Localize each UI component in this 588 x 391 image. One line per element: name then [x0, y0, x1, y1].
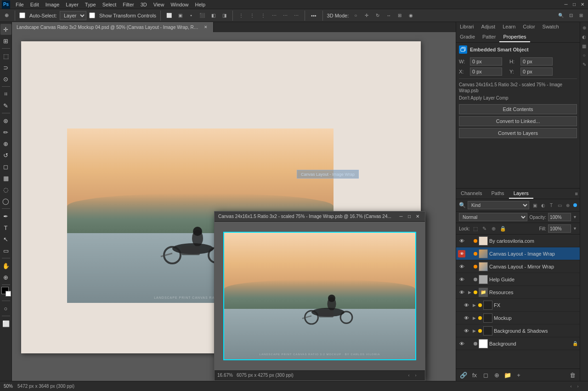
tab-adjust[interactable]: Adjust	[478, 22, 499, 32]
paths-tab[interactable]: Paths	[486, 189, 509, 199]
convert-linked-button[interactable]: Convert to Linked...	[459, 116, 577, 126]
lock-all-icon[interactable]: 🔒	[499, 225, 507, 232]
path-select-tool[interactable]: ↖	[0, 234, 11, 245]
dodge-tool[interactable]: ◯	[0, 196, 11, 207]
main-tab-close[interactable]: ✕	[203, 24, 209, 30]
layer-expand-1[interactable]	[467, 238, 472, 244]
channels-tab[interactable]: Channels	[456, 189, 486, 199]
history-brush-tool[interactable]: ↺	[0, 150, 11, 161]
tab-gradie[interactable]: Gradie	[456, 32, 479, 42]
layer-expand-2[interactable]	[467, 251, 472, 257]
dont-apply-link[interactable]: Don't Apply Layer Comp	[459, 95, 577, 101]
fill-chevron[interactable]: ▼	[573, 226, 577, 231]
lasso-tool[interactable]: ⊃	[0, 62, 11, 73]
layer-visibility-3[interactable]: 👁	[458, 263, 465, 270]
menu-window[interactable]: Window	[168, 1, 191, 8]
eraser-tool[interactable]: ◻	[0, 161, 11, 172]
align-right-icon[interactable]: ▪	[187, 11, 195, 20]
filter-search-icon[interactable]: 🔍	[459, 202, 466, 208]
right-bar-icon-4[interactable]: ○	[581, 51, 588, 59]
workspace-icon[interactable]: ⊞	[577, 11, 585, 20]
layer-item[interactable]: 👁 ▶ Mockup	[456, 312, 580, 324]
sub-document-window[interactable]: Canvas 24x16x1.5 Ratio 3x2 - scaled 75% …	[214, 211, 425, 381]
artboard-tool[interactable]: ⊞	[0, 35, 11, 46]
menu-image[interactable]: Image	[43, 1, 62, 8]
filter-pixel-icon[interactable]: ▣	[531, 201, 538, 209]
layer-expand-3[interactable]	[467, 264, 472, 269]
layer-item[interactable]: 👁 ▶ FX	[456, 299, 580, 312]
layer-item[interactable]: 👁 Help Guide	[456, 273, 580, 286]
layers-tab[interactable]: Layers	[509, 189, 533, 199]
x-input[interactable]	[470, 67, 502, 76]
menu-select[interactable]: Select	[100, 1, 119, 8]
type-tool[interactable]: T	[0, 222, 11, 233]
filter-kind-dropdown[interactable]: Kind	[468, 201, 529, 209]
sub-nav-right[interactable]: ›	[413, 373, 418, 378]
status-nav-prev[interactable]: ‹	[568, 384, 574, 389]
eyedropper-tool[interactable]: ✎	[0, 100, 11, 111]
tab-learn[interactable]: Learn	[499, 22, 519, 32]
layer-visibility-1[interactable]: 👁	[458, 237, 465, 245]
tab-patter[interactable]: Patter	[479, 32, 499, 42]
tab-properties[interactable]: Properties	[499, 32, 530, 42]
edit-contents-button[interactable]: Edit Contents	[459, 104, 577, 114]
distribute-middle-icon[interactable]: ⋯	[281, 11, 289, 20]
layer-item[interactable]: 👁 Background 🔒	[456, 337, 580, 350]
show-transform-checkbox[interactable]	[89, 12, 95, 18]
background-color[interactable]	[6, 291, 11, 296]
layer-visibility-2[interactable]: 👁	[458, 250, 465, 257]
layer-expand-9[interactable]	[467, 341, 472, 346]
layer-item[interactable]: 👁 Canvas Layout - Mirror Wrap	[456, 260, 580, 273]
zoom-tool[interactable]: ⊕	[0, 272, 11, 283]
right-bar-icon-3[interactable]: ▦	[581, 42, 588, 50]
sub-maximize-button[interactable]: □	[406, 213, 413, 220]
filter-type-icon[interactable]: T	[548, 201, 555, 209]
layer-expand-6[interactable]: ▶	[471, 302, 477, 308]
quick-select-tool[interactable]: ⊙	[0, 73, 11, 84]
shape-tool[interactable]: ▭	[0, 245, 11, 256]
move-tool[interactable]: ✛	[0, 24, 11, 35]
opacity-chevron[interactable]: ▼	[573, 215, 577, 219]
right-bar-icon-5[interactable]: ✎	[581, 61, 588, 68]
new-group-button[interactable]: 📁	[503, 370, 512, 380]
sub-close-button[interactable]: ✕	[414, 213, 421, 220]
menu-edit[interactable]: Edit	[28, 1, 42, 8]
hand-tool[interactable]: ✋	[0, 260, 11, 271]
layer-visibility-9[interactable]: 👁	[458, 340, 465, 347]
distribute-center-icon[interactable]: ⋮	[248, 11, 256, 20]
fill-input[interactable]	[548, 224, 571, 233]
delete-layer-button[interactable]: 🗑	[568, 370, 577, 380]
h-input[interactable]	[520, 57, 553, 66]
maximize-button[interactable]: □	[571, 1, 578, 8]
filter-adjustment-icon[interactable]: ◐	[539, 201, 547, 209]
tab-librari[interactable]: Librari	[456, 22, 478, 32]
main-doc-tab[interactable]: Landscape Canvas Ratio 3x2 Mockup 04.psd…	[12, 22, 214, 32]
layer-expand-8[interactable]: ▶	[471, 328, 477, 334]
opacity-input[interactable]	[548, 213, 571, 221]
filter-shape-icon[interactable]: ▭	[556, 201, 563, 209]
right-bar-icon-2[interactable]: ◐	[581, 33, 588, 40]
arrange-icon[interactable]: ⊡	[567, 11, 575, 20]
filter-active-dot[interactable]	[573, 203, 577, 207]
3d-orbit-icon[interactable]: ○	[351, 11, 360, 20]
3d-light-icon[interactable]: ◉	[407, 11, 415, 20]
layer-visibility-5[interactable]: 👁	[458, 289, 465, 296]
layer-item[interactable]: 👁 ▶ Background & Shadows	[456, 324, 580, 337]
convert-layers-button[interactable]: Convert to Layers	[459, 128, 577, 138]
align-center-v-icon[interactable]: ◧	[209, 11, 217, 20]
right-bar-icon-1[interactable]: ⊕	[581, 24, 588, 31]
distribute-right-icon[interactable]: ⋮	[259, 11, 267, 20]
gradient-tool[interactable]: ▦	[0, 173, 11, 184]
lock-pixels-icon[interactable]: ⬚	[472, 225, 479, 232]
add-fx-button[interactable]: fx	[470, 370, 479, 380]
auto-select-checkbox[interactable]	[19, 12, 25, 18]
layer-visibility-8[interactable]: 👁	[463, 327, 470, 335]
lock-position-icon[interactable]: ✎	[481, 225, 488, 232]
3d-scale-icon[interactable]: ⊞	[396, 11, 404, 20]
3d-pan-icon[interactable]: ✛	[362, 11, 371, 20]
sub-minimize-button[interactable]: ─	[397, 213, 405, 220]
layer-visibility-6[interactable]: 👁	[463, 302, 470, 309]
close-button[interactable]: ✕	[579, 1, 586, 8]
marquee-tool[interactable]: ⬚	[0, 50, 11, 61]
blur-tool[interactable]: ◌	[0, 184, 11, 195]
